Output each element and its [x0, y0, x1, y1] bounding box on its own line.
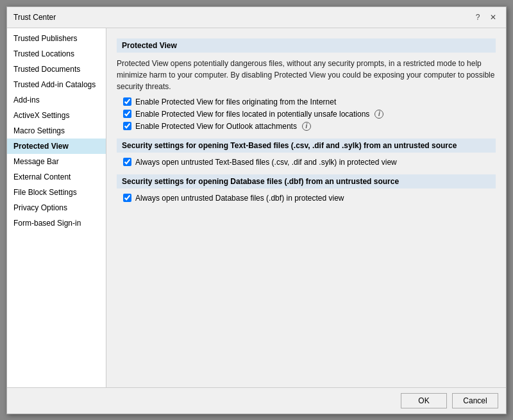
sidebar-item-add-ins[interactable]: Add-ins — [7, 92, 106, 108]
checkbox-label-cb5[interactable]: Always open untrusted Database files (.d… — [135, 194, 344, 203]
checkbox-row-cb4: Always open untrusted Text-Based files (… — [123, 158, 496, 167]
checkbox-label-cb3[interactable]: Enable Protected View for Outlook attach… — [135, 122, 297, 131]
checkbox-cb5[interactable] — [123, 194, 131, 202]
checkbox-cb4[interactable] — [123, 158, 131, 166]
help-button[interactable]: ? — [471, 11, 484, 24]
info-icon-cb3[interactable]: i — [302, 122, 311, 131]
sidebar-item-trusted-documents[interactable]: Trusted Documents — [7, 62, 106, 77]
sidebar-item-trusted-locations[interactable]: Trusted Locations — [7, 46, 106, 62]
dialog-body: Trusted PublishersTrusted LocationsTrust… — [7, 28, 506, 387]
title-bar-controls: ? ✕ — [471, 11, 500, 24]
checkbox-cb1[interactable] — [123, 97, 131, 106]
sidebar-item-form-based-sign-in[interactable]: Form-based Sign-in — [7, 215, 106, 231]
sidebar-item-privacy-options[interactable]: Privacy Options — [7, 200, 106, 215]
sidebar-item-activex-settings[interactable]: ActiveX Settings — [7, 108, 106, 123]
cancel-button[interactable]: Cancel — [452, 393, 498, 408]
dialog-title: Trust Center — [13, 13, 56, 22]
sidebar-item-file-block-settings[interactable]: File Block Settings — [7, 185, 106, 200]
title-bar: Trust Center ? ✕ — [7, 7, 506, 28]
sidebar-item-trusted-addin-catalogs[interactable]: Trusted Add-in Catalogs — [7, 77, 106, 92]
protected-view-description: Protected View opens potentially dangero… — [117, 58, 496, 92]
checkbox-cb3[interactable] — [123, 122, 131, 130]
section3-header: Security settings for opening Database f… — [117, 174, 496, 189]
section2-header: Security settings for opening Text-Based… — [117, 139, 496, 153]
dialog-footer: OK Cancel — [7, 387, 506, 414]
info-icon-cb2[interactable]: i — [374, 110, 383, 119]
close-button[interactable]: ✕ — [487, 11, 500, 24]
sidebar: Trusted PublishersTrusted LocationsTrust… — [7, 28, 106, 387]
checkbox-row-cb3: Enable Protected View for Outlook attach… — [123, 122, 496, 131]
sidebar-item-external-content[interactable]: External Content — [7, 169, 106, 185]
sidebar-item-macro-settings[interactable]: Macro Settings — [7, 123, 106, 139]
trust-center-dialog: Trust Center ? ✕ Trusted PublishersTrust… — [6, 6, 507, 414]
checkbox-label-cb1[interactable]: Enable Protected View for files originat… — [135, 97, 336, 106]
checkbox-label-cb4[interactable]: Always open untrusted Text-Based files (… — [135, 158, 397, 167]
checkbox-cb2[interactable] — [123, 110, 131, 118]
main-content: Protected View Protected View opens pote… — [106, 28, 506, 387]
checkbox-row-cb5: Always open untrusted Database files (.d… — [123, 194, 496, 203]
ok-button[interactable]: OK — [401, 393, 447, 408]
protected-view-header: Protected View — [117, 38, 496, 53]
sidebar-item-protected-view[interactable]: Protected View — [7, 139, 106, 154]
sidebar-item-message-bar[interactable]: Message Bar — [7, 154, 106, 169]
checkbox-row-cb2: Enable Protected View for files located … — [123, 110, 496, 119]
checkbox-row-cb1: Enable Protected View for files originat… — [123, 97, 496, 106]
sidebar-item-trusted-publishers[interactable]: Trusted Publishers — [7, 31, 106, 46]
checkbox-label-cb2[interactable]: Enable Protected View for files located … — [135, 110, 369, 119]
